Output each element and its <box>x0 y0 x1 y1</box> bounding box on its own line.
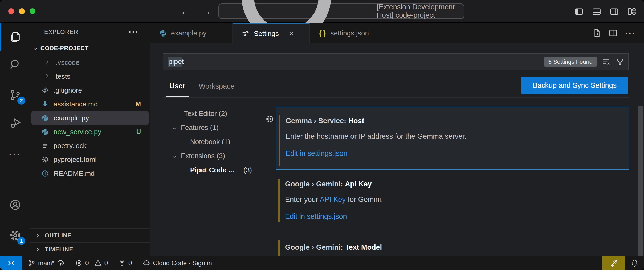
setting-actions-gear-icon[interactable] <box>266 115 274 123</box>
open-settings-json-icon[interactable] <box>592 29 601 38</box>
toc-item-features[interactable]: Features (1) <box>150 121 262 135</box>
close-window-button[interactable] <box>8 8 14 14</box>
sidebar-item-source-control[interactable]: 2 <box>0 81 30 109</box>
section-label: OUTLINE <box>45 232 71 239</box>
status-bar: main* 0 0 0 Cloud Code - Sign in <box>0 256 644 270</box>
problems-status-item[interactable]: 0 0 <box>72 256 111 270</box>
window-title: [Extension Development Host] code-projec… <box>377 3 464 19</box>
setting-title: Google › Gemini: Text Model <box>285 243 382 252</box>
info-icon <box>42 170 49 177</box>
errors-count: 0 <box>85 259 89 267</box>
scope-tab-workspace[interactable]: Workspace <box>195 76 238 97</box>
branch-status-item[interactable]: main* <box>25 256 68 270</box>
tab-label: Settings <box>254 30 279 38</box>
api-key-link[interactable]: API Key <box>320 196 346 204</box>
tree-item-readme-md[interactable]: README.md <box>30 166 150 180</box>
sidebar-item-more[interactable]: ··· <box>0 140 30 168</box>
navigate-forward-button[interactable]: → <box>201 6 211 17</box>
git-branch-icon <box>28 259 36 267</box>
modified-indicator <box>278 179 280 222</box>
json-icon: { } <box>319 29 326 38</box>
modified-indicator <box>278 240 280 256</box>
notifications-item[interactable] <box>625 256 644 270</box>
toggle-panel-icon[interactable] <box>592 7 601 16</box>
settings-search-input[interactable]: pipet 6 Settings Found <box>163 53 629 70</box>
markdown-download-icon <box>42 101 49 108</box>
chevron-right-icon <box>44 74 48 78</box>
filter-icon[interactable] <box>616 57 625 66</box>
clear-filters-icon[interactable] <box>602 57 611 66</box>
git-icon <box>42 87 49 94</box>
file-label: .gitignore <box>54 86 82 94</box>
more-actions-icon[interactable]: ··· <box>625 28 636 38</box>
chevron-right-icon <box>35 247 39 251</box>
git-modified-badge: M <box>136 100 141 108</box>
tree-item-pyproject-toml[interactable]: pyproject.toml <box>30 153 150 166</box>
ports-count: 0 <box>128 259 132 267</box>
file-label: pyproject.toml <box>54 156 97 164</box>
results-count-badge: 6 Settings Found <box>544 57 597 67</box>
setting-row-gemini-text-model[interactable]: Google › Gemini: Text Model <box>276 240 629 256</box>
git-untracked-badge: U <box>136 128 141 136</box>
broadcast-tower-icon <box>118 259 126 267</box>
tree-item-vscode[interactable]: .vscode <box>30 55 150 69</box>
sidebar-item-search[interactable] <box>0 51 30 78</box>
tree-item-new-service-py[interactable]: new_service.py U <box>30 125 150 139</box>
explorer-actions-icon[interactable]: ··· <box>129 27 139 37</box>
backup-sync-settings-button[interactable]: Backup and Sync Settings <box>521 77 628 94</box>
toc-item-pipet-code[interactable]: Pipet Code ... (3) <box>150 163 262 177</box>
toggle-primary-sidebar-icon[interactable] <box>574 7 584 16</box>
tab-example-py[interactable]: example.py <box>150 23 233 43</box>
inline-suggestions-disabled-item[interactable] <box>602 256 625 270</box>
tree-root-code-project[interactable]: CODE-PROJECT <box>30 41 150 55</box>
chevron-right-icon <box>35 233 39 237</box>
timeline-section-header[interactable]: TIMELINE <box>30 242 150 256</box>
selected-text: pipe <box>168 57 182 67</box>
branch-name: main* <box>38 259 54 267</box>
toc-item-notebook[interactable]: Notebook (1) <box>150 135 262 149</box>
customize-layout-icon[interactable] <box>627 7 637 16</box>
scope-tab-user[interactable]: User <box>166 76 189 97</box>
split-editor-icon[interactable] <box>609 29 618 38</box>
toc-item-text-editor[interactable]: Text Editor (2) <box>150 106 262 121</box>
file-label: .vscode <box>56 58 80 67</box>
edit-in-settings-json-link[interactable]: Edit in settings.json <box>286 149 348 158</box>
vertical-scrollbar[interactable] <box>638 106 643 256</box>
tab-settings-json[interactable]: { } settings.json <box>310 23 402 43</box>
tree-item-tests[interactable]: tests <box>30 69 150 83</box>
command-center-search[interactable]: [Extension Development Host] code-projec… <box>218 3 464 19</box>
explorer-title: EXPLORER <box>44 29 78 35</box>
tree-item-assistance-md[interactable]: assistance.md M <box>30 97 150 111</box>
tree-item-gitignore[interactable]: .gitignore <box>30 83 150 97</box>
sidebar-item-explorer[interactable] <box>0 23 30 51</box>
modified-indicator <box>279 115 280 166</box>
zoom-window-button[interactable] <box>30 8 35 14</box>
navigate-back-button[interactable]: ← <box>180 6 190 17</box>
sidebar-item-accounts[interactable] <box>0 191 30 219</box>
settings-scope-tabs: User Workspace Backup and Sync Settings <box>163 76 629 98</box>
cloud-code-status-item[interactable]: Cloud Code - Sign in <box>139 256 215 270</box>
remote-indicator[interactable] <box>0 256 22 270</box>
ports-status-item[interactable]: 0 <box>115 256 135 270</box>
edit-in-settings-json-link[interactable]: Edit in settings.json <box>285 212 347 221</box>
toc-item-extensions[interactable]: Extensions (3) <box>150 149 262 163</box>
python-icon <box>159 30 167 37</box>
sidebar-item-settings[interactable]: 1 <box>0 221 30 249</box>
spark-slash-icon <box>609 259 618 268</box>
settings-editor: pipet 6 Settings Found User Workspace Ba… <box>150 43 644 256</box>
tab-settings[interactable]: Settings × <box>233 23 310 43</box>
account-icon <box>9 199 21 211</box>
activity-bar: 2 ··· 1 <box>0 23 30 256</box>
outline-section-header[interactable]: OUTLINE <box>30 228 150 242</box>
setting-row-gemma-service-host[interactable]: Gemma › Service: Host Enter the hostname… <box>276 107 629 170</box>
setting-row-gemini-api-key[interactable]: Google › Gemini: Api Key Enter your API … <box>276 176 629 239</box>
tree-item-example-py[interactable]: example.py <box>31 111 149 125</box>
warnings-count: 0 <box>104 259 108 267</box>
tree-item-poetry-lock[interactable]: poetry.lock <box>30 139 150 153</box>
toggle-secondary-sidebar-icon[interactable] <box>609 7 619 16</box>
python-icon <box>42 128 49 136</box>
tab-label: settings.json <box>330 29 369 37</box>
minimize-window-button[interactable] <box>19 8 25 14</box>
close-tab-icon[interactable]: × <box>289 29 294 38</box>
sidebar-item-run-debug[interactable] <box>0 109 30 137</box>
